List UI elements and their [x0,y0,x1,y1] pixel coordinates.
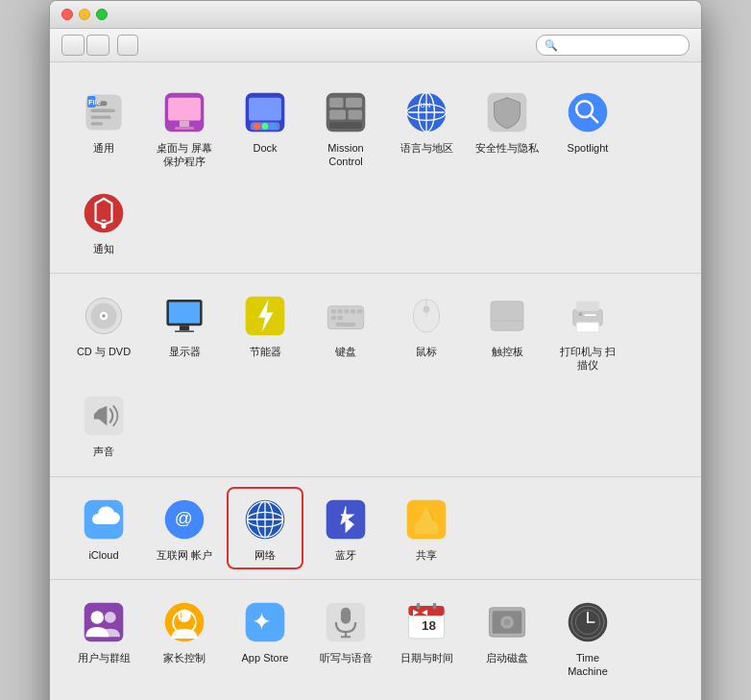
icon-item-dictation[interactable]: 听写与语音 [307,590,384,687]
svg-point-76 [90,611,104,624]
icon-item-language[interactable]: UN语言与地区 [388,80,465,177]
svg-rect-43 [175,330,194,332]
icon-item-keyboard[interactable]: 键盘 [307,283,384,380]
icon-img-keyboard [321,291,371,341]
icon-label-datetime: 日期与时间 [400,651,453,664]
section-personal: File通用桌面与 屏幕保护程序DockMission ControlUN语言与… [50,70,701,274]
icon-item-general[interactable]: File通用 [65,80,142,177]
icon-item-cd[interactable]: CD 与 DVD [65,283,142,380]
icon-item-printer[interactable]: 打印机与 扫描仪 [549,283,626,380]
icon-img-security [482,87,532,137]
maximize-button[interactable] [96,9,108,20]
icon-label-timemachine: Time Machine [555,651,620,679]
icon-item-appstore[interactable]: ✦App Store [227,590,303,687]
icon-img-language: UN [401,87,451,137]
icon-item-mouse[interactable]: 鼠标 [388,283,465,380]
nav-buttons [61,35,109,56]
icons-grid-system: 用户与群组!家长控制✦App Store听写与语音▶ ◀18日期与时间启动磁盘T… [65,590,686,700]
svg-text:18: 18 [422,619,437,634]
svg-rect-47 [338,309,343,313]
icon-item-accessibility[interactable]: 辅助功能 [65,690,142,700]
icon-label-general: 通用 [93,141,114,155]
icon-label-bluetooth: 蓝牙 [335,548,356,562]
back-button[interactable] [61,35,85,56]
svg-rect-92 [417,603,420,610]
svg-rect-85 [341,608,351,624]
svg-point-34 [101,224,106,229]
all-display-button[interactable] [117,35,138,56]
minimize-button[interactable] [79,9,90,20]
icon-item-startup[interactable]: 启动磁盘 [469,590,545,687]
toolbar: 🔍 [50,29,701,62]
section-system: 用户与群组!家长控制✦App Store听写与语音▶ ◀18日期与时间启动磁盘T… [50,580,701,700]
svg-rect-49 [351,309,355,313]
svg-rect-46 [331,309,336,313]
icon-label-dictation: 听写与语音 [320,651,373,664]
icon-img-energy [240,291,290,341]
icon-img-timemachine [563,597,613,647]
svg-text:File: File [88,98,101,107]
icon-item-sound[interactable]: 声音 [65,383,142,466]
icon-label-parental: 家长控制 [163,651,206,664]
svg-rect-9 [180,120,189,127]
icon-item-sharing[interactable]: 共享 [388,487,465,569]
svg-rect-50 [357,309,362,313]
svg-rect-12 [249,98,281,121]
icon-item-datetime[interactable]: ▶ ◀18日期与时间 [388,590,465,687]
icon-img-printer [563,291,613,341]
icon-img-startup [482,597,532,647]
system-preferences-window: 🔍 File通用桌面与 屏幕保护程序DockMission ControlUN语… [49,0,702,700]
svg-rect-51 [331,316,336,320]
icons-grid-personal: File通用桌面与 屏幕保护程序DockMission ControlUN语言与… [65,80,686,263]
icon-label-sound: 声音 [93,445,114,458]
icon-label-appstore: App Store [242,651,289,664]
svg-rect-42 [180,326,189,330]
icon-item-mission[interactable]: Mission Control [307,80,384,177]
svg-rect-21 [349,109,362,119]
icons-grid-hardware: CD 与 DVD显示器节能器键盘鼠标触控板打印机与 扫描仪声音 [65,283,686,467]
icon-label-display: 显示器 [169,345,201,358]
icon-item-network[interactable]: 网络 [227,487,303,569]
icon-img-spotlight [563,87,613,137]
svg-rect-19 [346,98,362,108]
icon-item-spotlight[interactable]: Spotlight [549,80,626,177]
icon-item-users[interactable]: 用户与群组 [65,590,142,687]
icon-img-cd [79,291,129,341]
icon-item-notification[interactable]: 通知 [65,181,142,263]
icon-img-general: File [79,87,129,137]
icon-item-bluetooth[interactable]: 蓝牙 [307,487,384,569]
svg-rect-20 [329,109,346,119]
icon-img-users [79,597,129,647]
icons-grid-internet: iCloud@互联网 帐户网络蓝牙共享 [65,487,686,569]
icon-img-appstore: ✦ [240,597,290,647]
icon-item-desktop[interactable]: 桌面与 屏幕保护程序 [146,80,223,177]
icon-item-display[interactable]: 显示器 [146,283,223,380]
forward-button[interactable] [86,35,109,56]
icon-img-network [240,495,290,544]
traffic-lights [61,9,108,20]
icon-label-sharing: 共享 [416,548,437,562]
icon-item-security[interactable]: 安全性与隐私 [469,80,545,177]
icon-item-parental[interactable]: !家长控制 [146,590,223,687]
icon-item-internet[interactable]: @互联网 帐户 [146,487,223,569]
icon-img-bluetooth [321,495,371,544]
svg-rect-2 [90,109,114,112]
icon-item-trackpad[interactable]: 触控板 [469,283,545,380]
section-hardware: CD 与 DVD显示器节能器键盘鼠标触控板打印机与 扫描仪声音 [50,274,701,477]
icon-item-energy[interactable]: 节能器 [227,283,303,380]
search-input[interactable] [562,38,681,52]
icon-item-timemachine[interactable]: Time Machine [549,590,626,687]
svg-rect-48 [344,309,349,313]
icon-item-dock[interactable]: Dock [227,80,303,177]
close-button[interactable] [61,9,73,20]
icon-item-icloud[interactable]: iCloud [65,487,142,569]
icon-img-internet: @ [159,495,209,544]
icon-label-desktop: 桌面与 屏幕保护程序 [152,141,217,169]
svg-rect-52 [338,316,343,320]
icon-label-startup: 启动磁盘 [486,651,528,664]
icon-label-trackpad: 触控板 [492,345,523,358]
search-bar[interactable]: 🔍 [536,35,690,56]
icon-label-energy: 节能器 [250,345,281,358]
icon-label-mission: Mission Control [313,141,378,169]
svg-point-39 [102,314,105,317]
